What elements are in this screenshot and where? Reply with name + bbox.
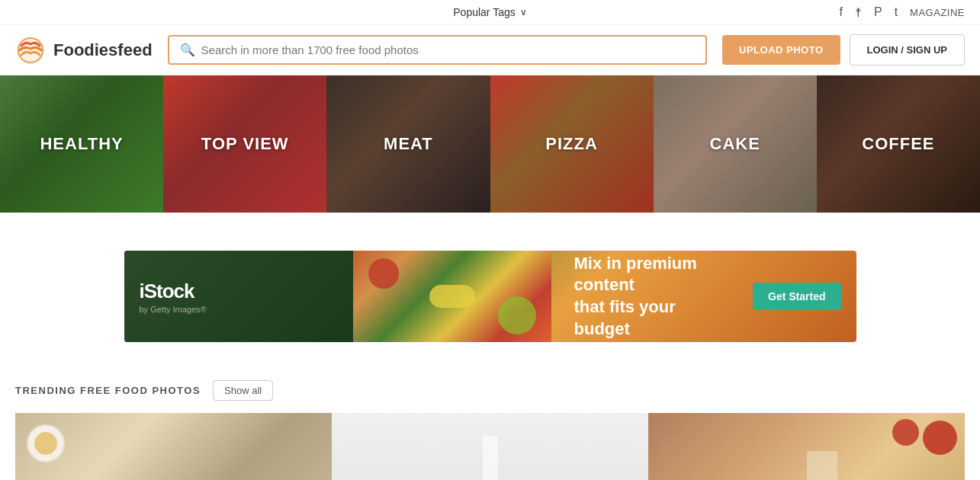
trending-section: TRENDING FREE FOOD PHOTOS Show all: [0, 380, 980, 480]
header-buttons: UPLOAD PHOTO LOGIN / SIGN UP: [722, 34, 965, 66]
trending-photo-2[interactable]: [332, 413, 648, 480]
ad-banner: iStock by Getty Images® Mix in premium c…: [124, 251, 856, 342]
social-links: f ☨ P t MAGAZINE: [840, 5, 965, 20]
upload-photo-button[interactable]: UPLOAD PHOTO: [722, 35, 840, 65]
login-button[interactable]: LOGIN / SIGN UP: [850, 34, 965, 66]
popular-tags-button[interactable]: Popular Tags ∨: [453, 6, 526, 18]
search-bar: 🔍: [168, 35, 707, 65]
category-pizza[interactable]: PIZZA: [490, 75, 654, 213]
chevron-down-icon: ∨: [520, 7, 527, 18]
category-meat[interactable]: MEAT: [326, 75, 490, 213]
ad-cta-button[interactable]: Get Started: [753, 283, 840, 310]
category-coffee[interactable]: COFFEE: [817, 75, 980, 213]
logo[interactable]: Foodiesfeed: [15, 35, 153, 66]
category-coffee-label: COFFEE: [817, 75, 980, 213]
popular-tags-label: Popular Tags: [453, 6, 515, 18]
category-topview-label: TOP VIEW: [163, 75, 326, 213]
category-meat-label: MEAT: [326, 75, 490, 213]
show-all-button[interactable]: Show all: [213, 380, 273, 401]
pinterest-icon[interactable]: P: [874, 5, 882, 19]
trending-grid: [15, 413, 965, 480]
category-topview[interactable]: TOP VIEW: [163, 75, 326, 213]
ad-content: Mix in premium contentthat fits your bud…: [551, 253, 753, 340]
twitter-icon[interactable]: t: [895, 5, 898, 19]
istock-logo: iStock: [140, 280, 338, 303]
logo-icon: [15, 35, 46, 66]
logo-text: Foodiesfeed: [53, 40, 153, 60]
facebook-icon[interactable]: f: [840, 5, 843, 19]
category-pizza-label: PIZZA: [490, 75, 654, 213]
trending-header: TRENDING FREE FOOD PHOTOS Show all: [15, 380, 965, 401]
ad-headline: Mix in premium contentthat fits your bud…: [574, 253, 731, 340]
category-grid: HEALTHY TOP VIEW MEAT PIZZA CAKE COFFEE: [0, 75, 980, 213]
ad-food-image: [353, 251, 551, 342]
trending-photo-3[interactable]: [648, 413, 965, 480]
instagram-icon[interactable]: ☨: [855, 5, 862, 20]
category-cake-label: CAKE: [654, 75, 817, 213]
getty-images-label: by Getty Images®: [140, 305, 338, 314]
category-healthy[interactable]: HEALTHY: [0, 75, 163, 213]
top-bar: Popular Tags ∨ f ☨ P t MAGAZINE: [0, 0, 980, 25]
magazine-link[interactable]: MAGAZINE: [910, 7, 965, 18]
trending-photo-1[interactable]: [15, 413, 332, 480]
trending-title: TRENDING FREE FOOD PHOTOS: [15, 385, 201, 396]
search-icon: 🔍: [180, 43, 195, 57]
category-healthy-label: HEALTHY: [0, 75, 163, 213]
category-cake[interactable]: CAKE: [654, 75, 817, 213]
search-input[interactable]: [201, 43, 695, 56]
header: Foodiesfeed 🔍 UPLOAD PHOTO LOGIN / SIGN …: [0, 25, 980, 75]
ad-brand: iStock by Getty Images®: [124, 251, 353, 342]
